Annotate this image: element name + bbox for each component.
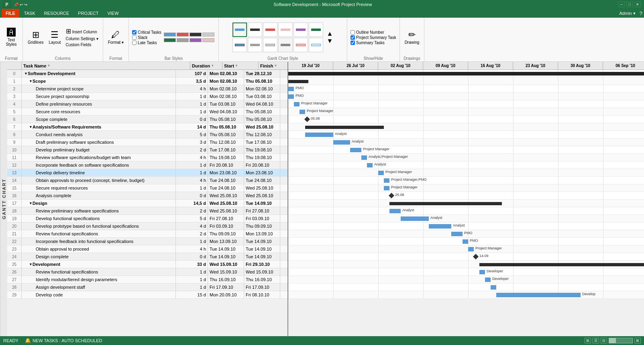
table-row[interactable]: 1 ▾ Scope 3,5 d Mon 02.08.10 Thu 05.08.1… [7,78,287,85]
table-row[interactable]: 15 Secure required resources 1 d Tue 24.… [7,184,287,192]
task-name-cell[interactable]: Review functional specifications [22,230,176,237]
task-name-cell[interactable]: Secure project sponsorship [22,93,176,100]
gantt-bar[interactable] [389,209,401,213]
new-tasks-icon[interactable]: ⊞ [585,338,591,343]
zoom-in-icon[interactable]: ⊞ [634,338,641,343]
close-btn[interactable]: ✕ [634,2,641,7]
task-name-cell[interactable]: Assign development staff [22,284,176,291]
task-name-cell[interactable]: Draft preliminary software specification… [22,139,176,146]
gantt-bar[interactable] [429,224,451,229]
table-row[interactable]: 28 Assign development staff 1 d Fri 17.0… [7,284,287,291]
duration-header[interactable]: Duration ▼ [190,62,222,69]
gantt-style-2[interactable] [263,22,277,37]
task-name-cell[interactable]: Review functional specifications [22,268,176,276]
task-menu[interactable]: TASK [20,9,39,18]
gantt-style-selected[interactable] [232,22,247,37]
table-row[interactable]: 9 Draft preliminary software specificati… [7,139,287,146]
task-name-cell[interactable]: Design complete [22,253,176,260]
gantt-style-scroll-down[interactable]: ▼ [326,37,333,45]
format-btn[interactable]: 🖊 Format ▾ [106,30,125,45]
gantt-bar[interactable] [491,285,496,290]
column-settings-btn[interactable]: Column Settings ▾ [64,36,99,41]
gantt-style-8[interactable] [263,38,277,52]
drawing-btn[interactable]: ✏ Drawing [403,30,421,45]
table-row[interactable]: 23 Obtain approval to proceed 4 h Tue 14… [7,245,287,253]
gantt-bar[interactable] [288,87,294,91]
table-row[interactable]: 7 ▾ Analysis/Software Requirements 14 d … [7,123,287,131]
task-name-cell[interactable]: Define preliminary resources [22,100,176,108]
gantt-bar[interactable] [300,110,305,114]
table-row[interactable]: 26 Review functional specifications 1 d … [7,268,287,276]
task-name-cell[interactable]: ▾ Software Development [22,70,176,77]
table-row[interactable]: 25 ▾ Development 33 d Wed 15.09.10 Fri 2… [7,261,287,268]
summary-tasks-check[interactable]: Summary Tasks [351,41,396,45]
table-row[interactable]: 6 Scope complete 0 d Thu 05.08.10 Thu 05… [7,116,287,123]
gantt-style-4[interactable] [293,22,308,37]
file-menu[interactable]: FILE [2,9,19,18]
start-header[interactable]: Start ▼ [222,62,259,69]
task-name-cell[interactable]: ▾ Development [22,261,176,268]
table-row[interactable]: 4 Define preliminary resources 1 d Tue 0… [7,100,287,108]
gantt-bar[interactable] [384,186,389,190]
task-name-cell[interactable]: ▾ Scope [22,78,176,85]
task-name-cell[interactable]: Secure required resources [22,184,176,192]
task-name-cell[interactable]: Incorporate feedback into functional spe… [22,238,176,245]
task-name-cell[interactable]: ▾ Analysis/Software Requirements [22,123,176,131]
collapse-icon[interactable]: ▾ [30,201,32,205]
project-summary-task-check[interactable]: Project Summary Task [351,35,396,40]
table-row[interactable]: 16 Analysis complete 0 d Wed 25.08.10 We… [7,192,287,200]
gantt-style-3[interactable] [278,22,293,37]
gantt-bar[interactable] [305,133,333,137]
user-menu[interactable]: Admin ▾ [620,11,636,16]
help-btn[interactable]: ? [640,10,642,16]
gantt-bar[interactable] [294,102,300,106]
custom-fields-btn[interactable]: Custom Fields [64,42,99,47]
task-name-cell[interactable]: Develop preliminary budget [22,146,176,153]
collapse-icon[interactable]: ▾ [25,71,27,76]
task-name-cell[interactable]: Develop code [22,291,176,298]
text-styles-btn[interactable]: 🅰 TextStyles [3,27,19,47]
restore-btn[interactable]: □ [626,2,633,7]
gantt-bar[interactable] [288,94,294,99]
task-name-cell[interactable]: Develop prototype based on functional sp… [22,223,176,230]
table-row[interactable]: 11 Review software specifications/budget… [7,154,287,161]
outline-number-check[interactable]: Outline Number [351,30,396,35]
gantt-style-6[interactable] [232,38,247,52]
table-row[interactable]: 0 ▾ Software Development 107 d Mon 02.08… [7,70,287,78]
table-row[interactable]: 22 Incorporate feedback into functional … [7,238,287,245]
gantt-bar[interactable] [305,126,384,129]
gantt-style-9[interactable] [278,38,293,52]
collapse-icon[interactable]: ▾ [30,79,32,83]
gantt-bar[interactable] [333,140,350,145]
gantt-bar[interactable] [451,232,463,236]
gantt-bar[interactable] [401,216,429,221]
task-name-cell[interactable]: Review preliminary software specificatio… [22,207,176,214]
gantt-bar[interactable] [361,155,367,160]
resource-menu[interactable]: RESOURCE [40,9,73,18]
view-menu[interactable]: VIEW [103,9,122,18]
table-row[interactable]: 8 Conduct needs analysis 5 d Thu 05.08.1… [7,131,287,139]
table-row[interactable]: 19 Develop functional specifications 5 d… [7,215,287,223]
table-row[interactable]: 27 Identify modular/tiered design parame… [7,276,287,284]
gantt-bar[interactable] [384,178,389,183]
gantt-bar[interactable] [479,263,644,266]
gridlines-btn[interactable]: ⊞ Gridlines [26,30,45,45]
zoom-slider[interactable] [609,338,633,343]
gantt-style-7[interactable] [248,38,262,52]
table-row[interactable]: 12 Incorporate feedback on software spec… [7,161,287,169]
zoom-icon[interactable]: ⊟ [601,338,607,343]
gantt-style-scroll-up[interactable]: ▲ [326,30,333,37]
collapse-icon[interactable]: ▾ [30,262,32,266]
collapse-icon[interactable]: ▾ [30,125,32,129]
gantt-bar[interactable] [288,80,308,83]
table-row[interactable]: 13 Develop delivery timeline 1 d Mon 23.… [7,169,287,177]
gantt-bar[interactable] [485,278,491,282]
task-name-cell[interactable]: Conduct needs analysis [22,131,176,138]
table-row[interactable]: 2 Determine project scope 4 h Mon 02.08.… [7,85,287,93]
task-name-cell[interactable]: ▾ Design [22,200,176,207]
project-menu[interactable]: PROJECT [74,9,102,18]
layout-btn[interactable]: ☰ Layout [47,30,63,45]
task-name-cell[interactable]: Secure core resources [22,108,176,115]
gantt-style-10[interactable] [293,38,308,52]
gantt-bar[interactable] [378,171,384,175]
